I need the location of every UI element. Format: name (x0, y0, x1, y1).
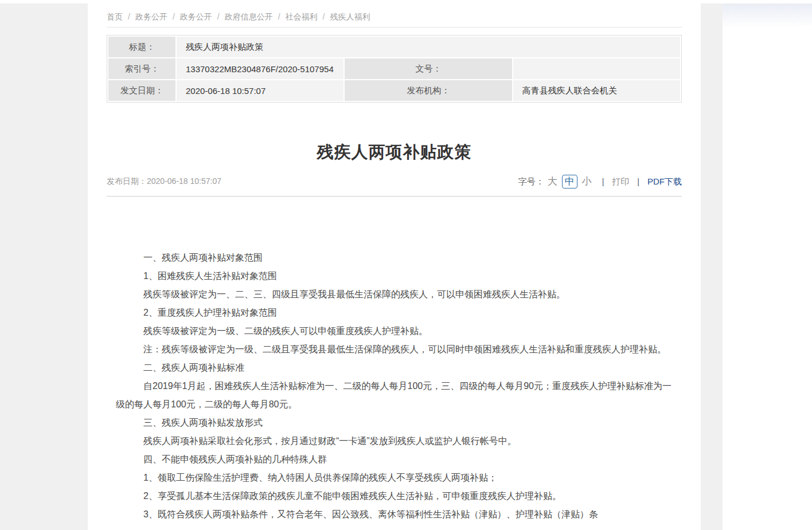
font-size-large-button[interactable]: 大 (545, 175, 560, 188)
article-paragraph: 自2019年1月起，困难残疾人生活补贴标准为一、二级的每人每月100元，三、四级… (116, 377, 673, 414)
article-paragraph: 2、重度残疾人护理补贴对象范围 (116, 304, 673, 322)
table-row: 发文日期： 2020-06-18 10:57:07 发布机构： 高青县残疾人联合… (108, 80, 681, 101)
breadcrumb-link[interactable]: 政务公开 (135, 12, 167, 21)
issue-date-label: 发文日期： (108, 80, 176, 101)
breadcrumb-separator: / (278, 12, 280, 21)
breadcrumb-divider (107, 27, 682, 28)
issuing-org-label: 发布机构： (344, 80, 512, 101)
article-paragraph: 二、残疾人两项补贴标准 (116, 359, 673, 377)
article-paragraph: 一、残疾人两项补贴对象范围 (116, 249, 673, 267)
article-body: 一、残疾人两项补贴对象范围1、困难残疾人生活补贴对象范围残疾等级被评定为一、二、… (107, 249, 682, 524)
breadcrumb-link[interactable]: 残疾人福利 (330, 12, 370, 21)
font-size-medium-button[interactable]: 中 (562, 175, 577, 189)
title-value: 残疾人两项补贴政策 (176, 36, 681, 58)
article-paragraph: 3、既符合残疾人两项补贴条件，又符合老年、因公致残、离休等福利性生活补贴（津贴）… (116, 505, 673, 524)
issue-date-value: 2020-06-18 10:57:07 (176, 80, 344, 101)
metadata-table: 标题： 残疾人两项补贴政策 索引号： 13370322MB2304876F/20… (107, 35, 682, 103)
article-paragraph: 三、残疾人两项补贴发放形式 (116, 414, 673, 432)
breadcrumb-link[interactable]: 政府信息公开 (225, 12, 273, 21)
article-paragraph: 注：残疾等级被评定为一级、二级且享受我县最低生活保障的残疾人，可以同时申领困难残… (116, 340, 673, 359)
breadcrumb-separator: / (217, 12, 220, 21)
top-gradient-decoration (723, 3, 812, 28)
toolbar-separator: | (602, 177, 604, 186)
doc-number-value (513, 58, 681, 80)
font-size-label: 字号： (518, 176, 544, 187)
article-paragraph: 2、享受孤儿基本生活保障政策的残疾儿童不能申领困难残疾人生活补贴，可申领重度残疾… (116, 487, 673, 505)
index-number-value: 13370322MB2304876F/2020-5107954 (176, 58, 344, 80)
article-paragraph: 残疾等级被评定为一、二、三、四级且享受我县最低生活保障的残疾人，可以申领困难残疾… (116, 285, 673, 304)
page-title: 残疾人两项补贴政策 (107, 140, 682, 163)
issuing-org-value: 高青县残疾人联合会机关 (513, 80, 681, 101)
breadcrumb-separator: / (128, 12, 130, 21)
toolbar-separator: | (637, 177, 639, 186)
breadcrumb-separator: / (173, 12, 175, 21)
font-size-small-button[interactable]: 小 (580, 175, 594, 188)
table-row: 索引号： 13370322MB2304876F/2020-5107954 文号： (108, 58, 681, 80)
content-panel: 首页/政务公开/政务公开/政府信息公开/社会福利/残疾人福利 标题： 残疾人两项… (88, 0, 701, 530)
breadcrumb-link[interactable]: 社会福利 (286, 12, 318, 21)
page: 首页/政务公开/政务公开/政府信息公开/社会福利/残疾人福利 标题： 残疾人两项… (0, 0, 812, 530)
pdf-download-button[interactable]: PDF下载 (647, 176, 682, 187)
article-toolbar: 字号： 大 中 小 | 打印 | PDF下载 (518, 175, 682, 189)
article-paragraph: 残疾等级被评定为一级、二级的残疾人可以申领重度残疾人护理补贴。 (116, 322, 673, 340)
doc-number-label: 文号： (344, 58, 512, 80)
breadcrumb-link[interactable]: 首页 (107, 12, 123, 21)
index-number-label: 索引号： (108, 58, 176, 80)
breadcrumb: 首页/政务公开/政务公开/政府信息公开/社会福利/残疾人福利 (107, 11, 682, 22)
article-paragraph: 四、不能申领残疾人两项补贴的几种特殊人群 (116, 450, 673, 469)
article-paragraph: 1、领取工伤保险生活护理费、纳入特困人员供养保障的残疾人不享受残疾人两项补贴； (116, 469, 673, 487)
breadcrumb-separator: / (323, 12, 325, 21)
breadcrumb-link[interactable]: 政务公开 (180, 12, 212, 21)
article-paragraph: 残疾人两项补贴采取社会化形式，按月通过财政“一卡通”发放到残疾人或监护人银行帐号… (116, 432, 673, 450)
article-meta-row: 发布日期：2020-06-18 10:57:07 字号： 大 中 小 | 打印 … (107, 175, 682, 189)
title-label: 标题： (108, 36, 176, 58)
table-row: 标题： 残疾人两项补贴政策 (108, 36, 681, 58)
header-divider (107, 196, 682, 197)
article-paragraph: 1、困难残疾人生活补贴对象范围 (116, 267, 673, 285)
print-button[interactable]: 打印 (612, 176, 629, 187)
publish-date: 发布日期：2020-06-18 10:57:07 (107, 176, 221, 187)
